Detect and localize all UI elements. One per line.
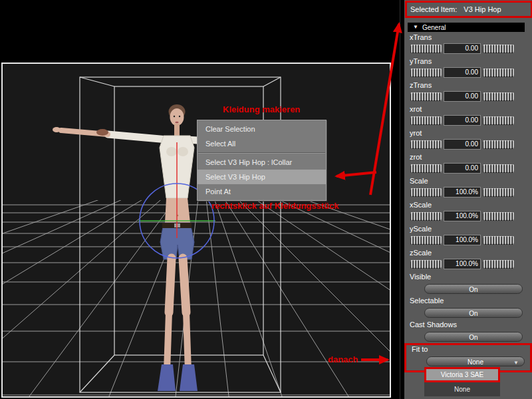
param-label: zTrans: [404, 81, 532, 91]
dial-right[interactable]: [483, 212, 514, 221]
3d-viewport[interactable]: [1, 63, 391, 398]
toggle-label: Cast Shadows: [404, 321, 532, 331]
param-label: yrot: [404, 129, 532, 139]
param-value[interactable]: 100.0%: [444, 259, 481, 269]
param-label: Scale: [404, 177, 532, 187]
app-window: Clear Selection Select All Select V3 Hip…: [0, 0, 532, 399]
param-value[interactable]: 0.00: [444, 163, 481, 174]
scene-canvas[interactable]: [3, 64, 390, 396]
dial-left[interactable]: [410, 68, 442, 77]
selected-item-bar[interactable]: Selected Item: V3 Hip Hop: [405, 1, 532, 18]
dial-right[interactable]: [483, 188, 514, 197]
panel-divider: [400, 0, 400, 399]
toggle-visible: Visible On: [404, 273, 532, 297]
param-label: yScale: [404, 225, 532, 235]
cast-shadows-on-button[interactable]: On: [424, 332, 523, 342]
param-xtrans: xTrans 0.00: [404, 33, 532, 57]
param-scale: Scale 100.0%: [404, 177, 532, 201]
param-label: yTrans: [404, 57, 532, 67]
param-label: xScale: [404, 201, 532, 211]
dial-left[interactable]: [410, 212, 442, 221]
dial-left[interactable]: [410, 260, 442, 269]
param-value[interactable]: 0.00: [444, 43, 481, 54]
menu-item-select-v3-hip-hop[interactable]: Select V3 Hip Hop: [198, 170, 326, 184]
panel-body: xTrans 0.00 yTrans 0.00 zTrans: [404, 33, 532, 372]
annotation-mark-clothing: Kleidung makieren: [223, 104, 300, 114]
param-yrot: yrot 0.00: [404, 129, 532, 153]
dropdown-option-victoria-3-sae[interactable]: Victoria 3 SAE: [424, 367, 500, 382]
param-value[interactable]: 100.0%: [444, 211, 481, 221]
dial-left[interactable]: [410, 92, 442, 101]
param-label: zrot: [404, 153, 532, 163]
annotation-right-click: rechtsklick auf Kleidungsstück: [211, 201, 338, 211]
fit-to-dropdown-list: Victoria 3 SAE None: [424, 367, 500, 396]
param-value[interactable]: 0.00: [444, 91, 481, 102]
selected-item-label: Selected Item:: [410, 5, 457, 13]
dial-right[interactable]: [483, 116, 514, 125]
parameters-panel: Selected Item: V3 Hip Hop ▼ General xTra…: [404, 0, 532, 399]
dropdown-option-none[interactable]: None: [424, 382, 500, 396]
selected-item-value: V3 Hip Hop: [464, 5, 501, 13]
dial-right[interactable]: [483, 164, 514, 173]
param-value[interactable]: 0.00: [444, 115, 481, 126]
dial-right[interactable]: [483, 236, 514, 245]
menu-item-point-at[interactable]: Point At: [198, 184, 326, 199]
param-label: xrot: [404, 105, 532, 115]
fit-to-value: None: [467, 358, 483, 366]
dial-right[interactable]: [483, 140, 514, 149]
toggle-label: Visible: [404, 273, 532, 283]
dial-left[interactable]: [410, 164, 442, 173]
param-yscale: yScale 100.0%: [404, 225, 532, 249]
dial-left[interactable]: [410, 116, 442, 125]
section-general-label: General: [422, 24, 446, 31]
dial-left[interactable]: [410, 45, 442, 53]
param-xscale: xScale 100.0%: [404, 201, 532, 225]
dial-left[interactable]: [410, 188, 442, 197]
toggle-label: Selectable: [404, 297, 532, 307]
param-xrot: xrot 0.00: [404, 105, 532, 129]
param-value[interactable]: 0.00: [444, 139, 481, 150]
selectable-on-button[interactable]: On: [424, 308, 523, 318]
dial-right[interactable]: [483, 45, 514, 53]
section-general[interactable]: ▼ General: [408, 23, 525, 32]
param-label: zScale: [404, 249, 532, 259]
dial-right[interactable]: [483, 68, 514, 77]
dropdown-arrow-icon: ▼: [513, 358, 519, 368]
toggle-cast-shadows: Cast Shadows On: [404, 321, 532, 344]
fit-to-label: Fit to: [406, 345, 530, 355]
visible-on-button[interactable]: On: [424, 284, 523, 294]
param-zrot: zrot 0.00: [404, 153, 532, 177]
param-value[interactable]: 0.00: [444, 67, 481, 78]
dial-right[interactable]: [483, 260, 514, 269]
param-ytrans: yTrans 0.00: [404, 57, 532, 81]
param-zscale: zScale 100.0%: [404, 249, 532, 273]
toggle-selectable: Selectable On: [404, 297, 532, 321]
menu-separator: [198, 152, 325, 154]
param-value[interactable]: 100.0%: [444, 187, 481, 198]
dial-left[interactable]: [410, 236, 442, 245]
param-label: xTrans: [404, 33, 532, 43]
annotation-then: danach: [328, 354, 358, 364]
context-menu: Clear Selection Select All Select V3 Hip…: [197, 120, 327, 201]
dial-left[interactable]: [410, 140, 442, 149]
param-value[interactable]: 100.0%: [444, 235, 481, 245]
collapse-triangle-icon: ▼: [413, 25, 418, 30]
fit-to-dropdown[interactable]: None ▼: [426, 356, 525, 366]
menu-item-select-lcollar[interactable]: Select V3 Hip Hop : lCollar: [198, 155, 326, 170]
menu-item-select-all[interactable]: Select All: [198, 136, 326, 151]
menu-item-clear-selection[interactable]: Clear Selection: [198, 122, 326, 136]
dial-right[interactable]: [483, 92, 514, 101]
param-ztrans: zTrans 0.00: [404, 81, 532, 105]
